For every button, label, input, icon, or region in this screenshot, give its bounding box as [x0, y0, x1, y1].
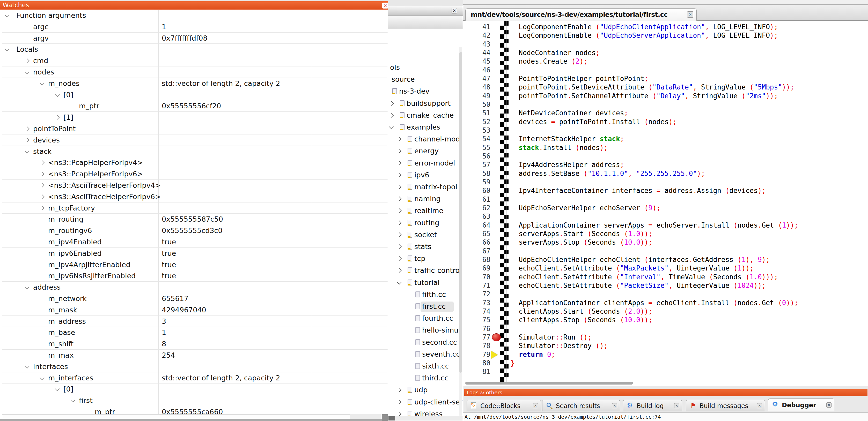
- watch-row[interactable]: argv0x7fffffffdf08: [2, 33, 388, 44]
- tree-hscrollbar[interactable]: [388, 416, 463, 421]
- watch-row[interactable]: [1]: [2, 112, 388, 123]
- editor-tab[interactable]: mnt/dev/tools/source/ns-3-dev/examples/t…: [465, 8, 697, 21]
- chevron-down-icon[interactable]: [40, 375, 44, 380]
- tree-item-tcp[interactable]: tcp: [388, 253, 463, 264]
- line-number[interactable]: 41: [463, 23, 490, 31]
- code-line[interactable]: nodes.Create (2);: [510, 57, 587, 66]
- chevron-down-icon[interactable]: [25, 364, 29, 368]
- line-number[interactable]: 70: [463, 273, 490, 281]
- code-line[interactable]: clientApps.Start (Seconds (2.0));: [510, 307, 652, 316]
- watch-row[interactable]: Locals: [2, 44, 388, 55]
- line-number[interactable]: 74: [463, 307, 490, 316]
- line-number[interactable]: 48: [463, 83, 490, 92]
- tree-item-realtime[interactable]: realtime: [388, 205, 463, 216]
- watch-row[interactable]: m_routingv60x5555555cd3c0: [2, 225, 388, 236]
- chevron-down-icon[interactable]: [389, 124, 394, 129]
- chevron-down-icon[interactable]: [25, 285, 29, 289]
- watch-row[interactable]: m_mask4294967040: [2, 304, 388, 316]
- line-number[interactable]: 59: [463, 178, 490, 187]
- code-line[interactable]: pointToPoint.SetDeviceAttribute ("DataRa…: [510, 83, 794, 92]
- chevron-down-icon[interactable]: [5, 47, 9, 52]
- close-icon[interactable]: ×: [687, 11, 693, 18]
- tree-item-error-model[interactable]: error-model: [388, 158, 463, 168]
- code-line[interactable]: serverApps.Start (Seconds (1.0));: [510, 230, 652, 238]
- chevron-right-icon[interactable]: [397, 412, 401, 416]
- watch-row[interactable]: [0]: [2, 384, 388, 395]
- chevron-right-icon[interactable]: [397, 196, 401, 201]
- watch-row[interactable]: stack: [2, 146, 388, 157]
- chevron-right-icon[interactable]: [397, 232, 401, 237]
- watch-row[interactable]: m_address3: [2, 316, 388, 327]
- watches-hscrollbar[interactable]: [2, 414, 381, 419]
- watch-row[interactable]: address: [2, 282, 388, 293]
- line-number[interactable]: 71: [463, 281, 490, 290]
- tree-item-tutorial[interactable]: tutorial: [388, 278, 463, 288]
- editor-hscrollbar[interactable]: [465, 382, 633, 385]
- line-number[interactable]: 46: [463, 66, 490, 74]
- tree-item-ns-3-dev[interactable]: ns-3-dev: [388, 86, 463, 96]
- line-number[interactable]: 79: [463, 350, 490, 359]
- chevron-right-icon[interactable]: [25, 126, 29, 131]
- code-line[interactable]: ApplicationContainer clientApps = echoCl…: [510, 299, 798, 307]
- chevron-right-icon[interactable]: [40, 194, 44, 199]
- tree-item-fourth-cc[interactable]: fourth.cc: [388, 313, 463, 324]
- watch-row[interactable]: m_interfacesstd::vector of length 2, cap…: [2, 373, 388, 384]
- watch-row[interactable]: m_ipv4ArpJitterEnabledtrue: [2, 259, 388, 270]
- tree-item-buildsupport[interactable]: buildsupport: [388, 98, 463, 108]
- code-line[interactable]: clientApps.Stop (Seconds (10.0));: [510, 316, 652, 324]
- code-line[interactable]: Ipv4InterfaceContainer interfaces = addr…: [510, 187, 766, 195]
- line-number[interactable]: 47: [463, 74, 490, 83]
- tree-item-hello-simul[interactable]: hello-simul: [388, 325, 463, 335]
- watch-row[interactable]: <ns3::AsciiTraceHelperForIpv6>: [2, 191, 388, 202]
- code-line[interactable]: devices = pointToPoint.Install (nodes);: [510, 118, 677, 126]
- line-number[interactable]: 76: [463, 325, 490, 333]
- chevron-right-icon[interactable]: [397, 244, 401, 249]
- chevron-down-icon[interactable]: [5, 13, 9, 17]
- close-icon[interactable]: ×: [674, 403, 679, 408]
- watch-row[interactable]: devices: [2, 134, 388, 146]
- code-line[interactable]: LogComponentEnable ("UdpEchoClientApplic…: [510, 23, 778, 31]
- watch-row[interactable]: m_shift8: [2, 338, 388, 350]
- logs-tab-search-results[interactable]: Search results×: [542, 400, 620, 412]
- chevron-down-icon[interactable]: [40, 81, 44, 85]
- code-line[interactable]: }: [510, 359, 515, 367]
- code-line[interactable]: UdpEchoServerHelper echoServer (9);: [510, 204, 660, 212]
- watch-row[interactable]: [0]: [2, 89, 388, 101]
- tree-item-fifth-cc[interactable]: fifth.cc: [388, 289, 463, 300]
- logs-tab-build-log[interactable]: ⚙Build log×: [623, 400, 682, 412]
- code-line[interactable]: stack.Install (nodes);: [510, 143, 608, 152]
- close-icon[interactable]: ×: [382, 3, 388, 8]
- watch-row[interactable]: m_max254: [2, 350, 388, 361]
- close-icon[interactable]: ×: [533, 403, 538, 408]
- chevron-right-icon[interactable]: [397, 149, 401, 153]
- tree-item-energy[interactable]: energy: [388, 146, 463, 156]
- line-number[interactable]: 45: [463, 57, 490, 66]
- code-line[interactable]: InternetStackHelper stack;: [510, 135, 624, 143]
- chevron-right-icon[interactable]: [40, 205, 44, 210]
- code-line[interactable]: NetDeviceContainer devices;: [510, 109, 628, 118]
- watch-row[interactable]: first: [2, 395, 388, 406]
- code-line[interactable]: address.SetBase ("10.1.1.0", "255.255.25…: [510, 169, 705, 178]
- line-number[interactable]: 53: [463, 126, 490, 135]
- code-line[interactable]: Ipv4AddressHelper address;: [510, 161, 624, 169]
- line-number[interactable]: 68: [463, 256, 490, 264]
- chevron-down-icon[interactable]: [70, 398, 75, 402]
- code-line[interactable]: return 0;: [510, 350, 555, 359]
- code-line[interactable]: echoClient.SetAttribute ("Interval", Tim…: [510, 273, 778, 281]
- chevron-down-icon[interactable]: [397, 280, 401, 285]
- line-number[interactable]: 60: [463, 187, 490, 195]
- tree-item-third-cc[interactable]: third.cc: [388, 373, 463, 383]
- tree-item-second-cc[interactable]: second.cc: [388, 337, 463, 348]
- tree-item-sixth-cc[interactable]: sixth.cc: [388, 361, 463, 371]
- line-number[interactable]: 77: [463, 333, 490, 342]
- code-line[interactable]: NodeContainer nodes;: [510, 48, 600, 57]
- tree-item-naming[interactable]: naming: [388, 194, 463, 204]
- watch-row[interactable]: interfaces: [2, 361, 388, 373]
- code-area[interactable]: 4142434445464748495051525354555657585960…: [463, 21, 868, 386]
- line-number[interactable]: 57: [463, 161, 490, 169]
- watch-row[interactable]: m_network655617: [2, 293, 388, 304]
- chevron-right-icon[interactable]: [55, 115, 60, 120]
- code-line[interactable]: echoClient.SetAttribute ("MaxPackets", U…: [510, 264, 754, 272]
- watch-row[interactable]: m_ptr0x5555555ca660: [2, 406, 388, 414]
- close-icon[interactable]: ×: [612, 403, 617, 408]
